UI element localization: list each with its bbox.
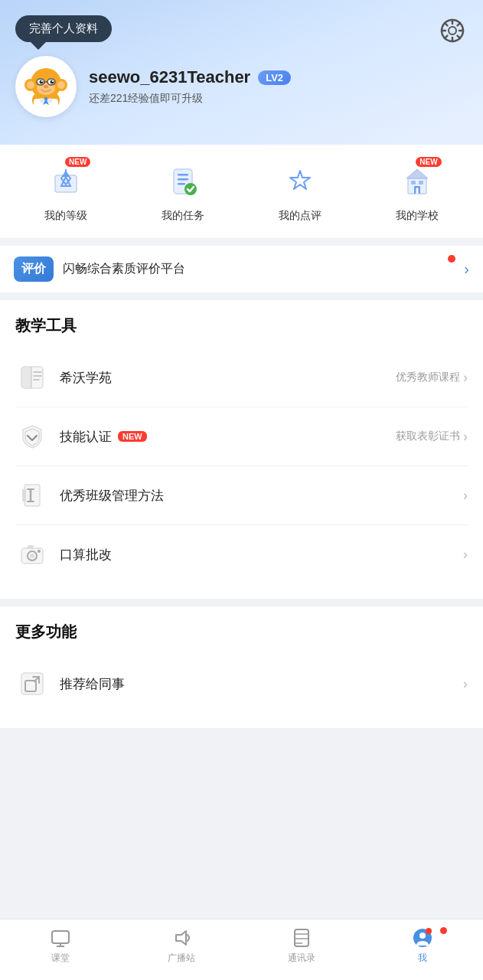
xueyan-right-text: 优秀教师课程 — [396, 371, 460, 384]
recommend-main: 推荐给同事 — [60, 675, 463, 693]
oral-calc-name: 口算批改 — [60, 546, 112, 564]
class-mgmt-main: 优秀班级管理方法 — [60, 487, 463, 505]
svg-rect-31 — [44, 97, 47, 100]
share-icon — [15, 667, 49, 701]
teaching-tools-title: 教学工具 — [15, 315, 468, 336]
skill-main: 技能认证 NEW — [60, 428, 396, 446]
username: seewo_6231Teacher — [89, 67, 250, 87]
svg-point-25 — [52, 80, 54, 82]
svg-point-23 — [51, 80, 54, 84]
bottom-nav-me[interactable]: 我 — [362, 927, 483, 965]
recommend-right: › — [463, 676, 468, 692]
profile-row: seewo_6231Teacher LV2 还差221经验值即可升级 — [15, 56, 468, 117]
task-label: 我的任务 — [162, 209, 204, 223]
svg-rect-62 — [28, 545, 34, 549]
nav-item-task[interactable]: 我的任务 — [125, 160, 242, 223]
complete-profile-button[interactable]: 完善个人资料 — [15, 15, 112, 42]
svg-rect-40 — [178, 183, 185, 185]
school-new-badge: NEW — [416, 157, 441, 167]
level-badge: LV2 — [258, 70, 291, 85]
xueyan-main: 希沃学苑 — [60, 369, 396, 387]
svg-rect-55 — [22, 489, 26, 501]
grade-label: 我的等级 — [44, 209, 87, 223]
broadcast-label: 广播站 — [168, 952, 195, 965]
svg-point-77 — [419, 933, 426, 939]
contacts-label: 通讯录 — [288, 952, 315, 965]
xueyan-name: 希沃学苑 — [60, 369, 112, 387]
recommend-arrow-icon: › — [463, 676, 468, 692]
list-item-oral-calc[interactable]: 口算批改 › — [15, 525, 468, 583]
school-label: 我的学校 — [396, 209, 439, 223]
svg-rect-38 — [178, 174, 188, 176]
svg-marker-43 — [406, 169, 428, 178]
oral-calc-right: › — [463, 547, 468, 563]
skill-right-text: 获取表彰证书 — [396, 430, 460, 443]
classroom-label: 课堂 — [51, 952, 70, 965]
svg-point-1 — [449, 27, 456, 34]
svg-line-6 — [445, 23, 448, 26]
svg-rect-45 — [411, 181, 416, 185]
banner-section[interactable]: 评价 闪畅综合素质评价平台 › — [0, 246, 483, 292]
svg-point-78 — [426, 928, 432, 934]
nav-item-review[interactable]: 我的点评 — [242, 160, 359, 223]
recommend-name: 推荐给同事 — [60, 675, 125, 693]
svg-point-24 — [41, 80, 43, 82]
svg-point-63 — [38, 550, 41, 553]
svg-rect-67 — [52, 931, 69, 943]
quick-nav: NEW 我的等级 我的任务 — [0, 145, 483, 238]
svg-line-8 — [458, 23, 461, 26]
bottom-nav-classroom[interactable]: 课堂 — [0, 927, 121, 965]
skill-name: 技能认证 — [60, 428, 112, 446]
svg-line-7 — [458, 36, 461, 39]
xueyan-right: 优秀教师课程 › — [396, 370, 468, 386]
xueyan-arrow-icon: › — [463, 370, 468, 386]
banner-text: 闪畅综合素质评价平台 — [63, 261, 185, 277]
svg-rect-46 — [419, 181, 423, 185]
book-icon — [15, 361, 49, 394]
header-section: 完善个人资料 — [0, 0, 483, 145]
svg-marker-71 — [176, 931, 186, 945]
list-item-skill[interactable]: 技能认证 NEW 获取表彰证书 › — [15, 407, 468, 466]
svg-point-61 — [30, 554, 34, 558]
svg-point-18 — [57, 81, 65, 89]
bottom-nav-contacts[interactable]: 通讯录 — [242, 927, 363, 965]
banner-notification-dot — [448, 255, 455, 263]
grade-new-badge: NEW — [65, 157, 90, 167]
notebook-icon — [15, 479, 49, 512]
svg-point-29 — [44, 85, 48, 88]
bottom-nav-broadcast[interactable]: 广播站 — [121, 927, 242, 965]
shield-icon — [15, 420, 49, 453]
me-label: 我 — [418, 952, 427, 965]
me-notification-dot — [440, 927, 447, 934]
camera-icon — [15, 537, 49, 571]
avatar — [15, 56, 77, 117]
more-features-title: 更多功能 — [15, 622, 468, 642]
list-item-xueyan[interactable]: 希沃学苑 优秀教师课程 › — [15, 348, 468, 407]
more-features-section: 更多功能 推荐给同事 › — [0, 606, 483, 728]
list-item-recommend[interactable]: 推荐给同事 › — [15, 655, 468, 713]
oral-calc-arrow-icon: › — [463, 547, 468, 563]
svg-rect-53 — [24, 485, 40, 506]
settings-icon[interactable] — [437, 15, 468, 46]
svg-rect-39 — [178, 178, 188, 181]
skill-right: 获取表彰证书 › — [396, 429, 468, 445]
svg-point-16 — [27, 81, 34, 89]
svg-point-22 — [40, 80, 44, 84]
banner-arrow-icon: › — [464, 260, 469, 278]
banner-left: 评价 闪畅综合素质评价平台 — [14, 256, 185, 282]
class-mgmt-arrow-icon: › — [463, 488, 468, 504]
profile-info: seewo_6231Teacher LV2 还差221经验值即可升级 — [89, 67, 291, 106]
list-item-class-mgmt[interactable]: 优秀班级管理方法 › — [15, 466, 468, 525]
skill-arrow-icon: › — [463, 429, 468, 445]
nav-item-grade[interactable]: NEW 我的等级 — [8, 160, 125, 223]
svg-line-9 — [445, 36, 448, 39]
oral-calc-main: 口算批改 — [60, 546, 463, 564]
exp-text: 还差221经验值即可升级 — [89, 92, 291, 106]
skill-new-tag: NEW — [118, 431, 147, 442]
bottom-nav: 课堂 广播站 通讯录 我 — [0, 919, 483, 980]
class-mgmt-name: 优秀班级管理方法 — [60, 487, 164, 505]
svg-rect-48 — [21, 367, 31, 388]
nav-item-school[interactable]: NEW 我的学校 — [358, 160, 475, 223]
review-label: 我的点评 — [279, 209, 321, 223]
teaching-tools-section: 教学工具 希沃学苑 优秀教师课程 › — [0, 300, 483, 599]
